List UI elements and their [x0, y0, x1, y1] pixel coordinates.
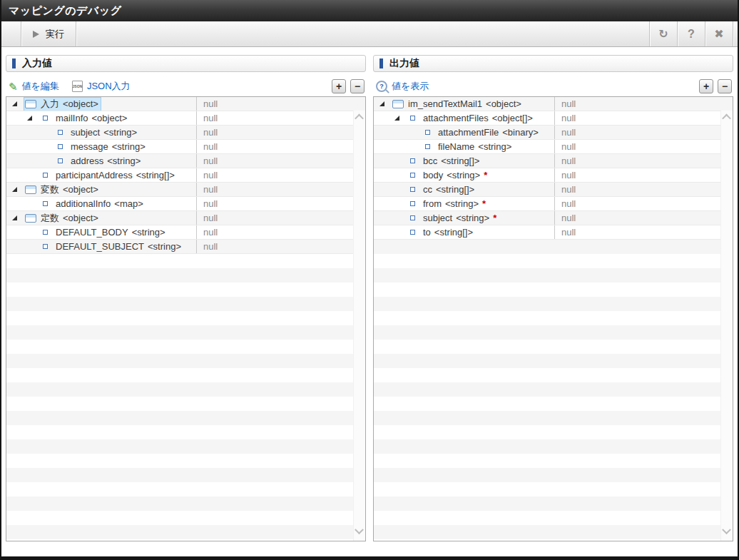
tree-row[interactable]: 変数<object>null: [6, 183, 365, 197]
expander-icon[interactable]: [27, 116, 39, 121]
field-square-icon: [410, 187, 415, 192]
tree-node-label: bcc<string[]>: [406, 155, 482, 168]
expand-all-button[interactable]: +: [332, 79, 346, 93]
tree-row[interactable]: participantAddress<string[]>null: [6, 168, 365, 183]
object-window-icon: [25, 185, 36, 194]
input-tree-scrollbar[interactable]: [353, 111, 365, 541]
node-value: null: [197, 97, 365, 111]
tree-row[interactable]: im_sendTextMail1<object>null: [374, 97, 733, 111]
tree-row[interactable]: address<string>null: [6, 154, 365, 168]
tree-name-cell: 入力<object>: [6, 97, 197, 111]
expander-icon[interactable]: [12, 101, 24, 106]
tree-row[interactable]: from<string>*null: [374, 197, 733, 211]
scroll-down-button[interactable]: [723, 529, 730, 536]
node-value: null: [555, 211, 733, 225]
field-square-icon: [410, 201, 415, 206]
field-square-icon: [43, 173, 48, 178]
tree-row[interactable]: additionalInfo<map>null: [6, 197, 365, 211]
expanded-triangle-icon: [12, 215, 17, 220]
refresh-button[interactable]: ↻: [650, 21, 677, 46]
input-panel-toolbar: ✎ 値を編集 JSON JSON入力 + −: [6, 76, 366, 96]
toolbar-spacer: [76, 21, 649, 46]
node-value: null: [197, 140, 365, 153]
tree-row[interactable]: attachmentFiles<object[]>null: [374, 111, 733, 126]
output-panel: 出力値 ? 値を表示 + − im_sendTextMail1<object>n…: [373, 55, 733, 541]
help-button[interactable]: ?: [678, 21, 705, 46]
node-name: attachmentFile: [438, 127, 499, 138]
node-name: DEFAULT_BODY: [56, 227, 128, 238]
node-type: <string[]>: [136, 170, 175, 180]
collapse-all-button[interactable]: −: [718, 79, 732, 93]
show-value-link[interactable]: ? 値を表示: [376, 80, 429, 93]
tree-row[interactable]: body<string>*null: [374, 168, 733, 183]
node-value: null: [555, 183, 733, 196]
tree-name-cell: attachmentFiles<object[]>: [374, 111, 555, 125]
scroll-up-button[interactable]: [723, 114, 730, 121]
expander-icon[interactable]: [12, 215, 24, 220]
node-name: 定数: [41, 212, 59, 225]
tree-node-label: DEFAULT_BODY<string>: [39, 226, 168, 239]
tree-row[interactable]: mailInfo<object>null: [6, 111, 365, 126]
tree-row[interactable]: subject<string>*null: [374, 211, 733, 225]
node-name: attachmentFiles: [423, 113, 489, 123]
tree-row[interactable]: DEFAULT_BODY<string>null: [6, 225, 365, 240]
play-icon: [33, 31, 39, 38]
scroll-up-button[interactable]: [356, 114, 363, 121]
output-panel-header: 出力値: [373, 55, 733, 72]
header-accent-bar: [379, 58, 383, 68]
output-tree: im_sendTextMail1<object>nullattachmentFi…: [373, 96, 733, 541]
required-asterisk: *: [482, 198, 486, 209]
expander-icon[interactable]: [379, 101, 391, 106]
edit-value-link[interactable]: ✎ 値を編集: [9, 80, 59, 93]
json-document-icon: JSON: [72, 81, 83, 92]
tree-row[interactable]: subject<string>null: [6, 126, 365, 140]
tree-node-label: mailInfo<object>: [39, 112, 130, 125]
input-tree: 入力<object>nullmailInfo<object>nullsubjec…: [6, 96, 366, 541]
tree-row[interactable]: 定数<object>null: [6, 211, 365, 225]
chevron-up-icon: [355, 114, 364, 123]
close-button[interactable]: ✖: [705, 21, 733, 46]
tree-node-label: attachmentFile<binary>: [421, 126, 541, 139]
expanded-triangle-icon: [12, 187, 17, 192]
expander-icon[interactable]: [12, 187, 24, 192]
node-name: 変数: [41, 183, 59, 196]
tree-node-label: to<string[]>: [406, 226, 476, 239]
output-tree-scrollbar[interactable]: [720, 111, 733, 541]
tree-row[interactable]: bcc<string[]>null: [374, 154, 733, 168]
tree-row[interactable]: to<string[]>null: [374, 225, 733, 240]
header-accent-bar: [12, 58, 16, 68]
tree-name-cell: fileName<string>: [374, 140, 555, 153]
node-type: <map>: [114, 198, 143, 209]
tree-node-label: participantAddress<string[]>: [39, 169, 178, 182]
tree-row[interactable]: message<string>null: [6, 140, 365, 154]
tree-node-label: message<string>: [53, 141, 148, 153]
collapse-all-button[interactable]: −: [350, 79, 365, 93]
tree-node-label: 変数<object>: [24, 183, 101, 196]
node-type: <string>: [456, 213, 489, 223]
tree-row[interactable]: attachmentFile<binary>null: [374, 126, 733, 140]
node-type: <binary>: [502, 127, 539, 138]
tree-row[interactable]: cc<string[]>null: [374, 183, 733, 197]
field-square-icon: [58, 144, 63, 149]
node-value: null: [555, 126, 733, 139]
expanded-triangle-icon: [394, 116, 399, 121]
field-square-icon: [43, 116, 48, 121]
scroll-down-button[interactable]: [356, 529, 363, 536]
node-type: <object>: [92, 113, 128, 123]
node-type: <string[]>: [436, 184, 474, 195]
input-panel: 入力値 ✎ 値を編集 JSON JSON入力 + −: [6, 55, 366, 541]
field-square-icon: [425, 144, 430, 149]
tree-row[interactable]: DEFAULT_SUBJECT<string>null: [6, 240, 365, 254]
expand-all-button[interactable]: +: [699, 79, 713, 93]
node-type: <string[]>: [441, 156, 479, 166]
tree-row[interactable]: 入力<object>null: [6, 97, 365, 111]
tree-row[interactable]: fileName<string>null: [374, 140, 733, 154]
node-type: <string[]>: [434, 227, 473, 238]
json-input-link[interactable]: JSON JSON入力: [72, 80, 131, 93]
node-name: mailInfo: [56, 113, 88, 123]
field-square-icon: [410, 158, 415, 163]
expander-icon[interactable]: [394, 116, 406, 121]
run-button[interactable]: 実行: [21, 21, 76, 46]
tree-name-cell: mailInfo<object>: [6, 111, 197, 125]
field-square-icon: [43, 244, 48, 249]
